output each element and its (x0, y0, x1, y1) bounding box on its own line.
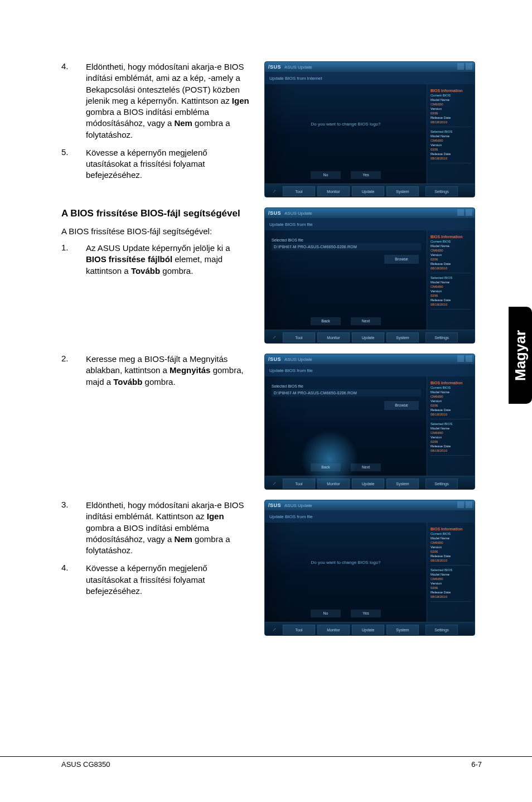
screenshot-2: /SUS ASUS Update Update BIOS from file S… (264, 207, 475, 344)
page-footer: ASUS CG8350 6-7 (0, 756, 532, 769)
text-block-2: A BIOS frissítése BIOS-fájl segítségével… (61, 207, 251, 283)
list-body: Kövesse a képernyőn megjelenő utasítások… (86, 147, 251, 181)
list-body: Eldöntheti, hogy módosítani akarja-e BIO… (86, 500, 251, 556)
row-1: 4. Eldöntheti, hogy módosítani akarja-e … (61, 61, 482, 197)
list-item: 1. Az ASUS Update képernyőn jelölje ki a… (61, 243, 251, 277)
language-tab-label: Magyar (512, 330, 529, 380)
screenshot-3: /SUS ASUS Update Update BIOS from file S… (264, 354, 475, 490)
text-block-1: 4. Eldöntheti, hogy módosítani akarja-e … (61, 61, 251, 188)
list-number: 4. (61, 61, 75, 141)
list-body: Eldöntheti, hogy módosítani akarja-e BIO… (86, 61, 251, 141)
screenshot-4: /SUS ASUS Update Update BIOS from file D… (264, 500, 475, 636)
list-body: Keresse meg a BIOS-fájlt a Megnyitás abl… (86, 354, 251, 388)
footer-left: ASUS CG8350 (61, 760, 110, 769)
text-block-4: 3. Eldöntheti, hogy módosítani akarja-e … (61, 500, 251, 603)
list-number: 3. (61, 500, 75, 556)
language-tab: Magyar (509, 307, 532, 404)
list-number: 5. (61, 147, 75, 181)
screenshot-1: /SUS ASUS Update Update BIOS from Intern… (264, 61, 475, 197)
list-item: 4. Eldöntheti, hogy módosítani akarja-e … (61, 61, 251, 141)
list-item: 4. Kövesse a képernyőn megjelenő utasítá… (61, 563, 251, 597)
list-body: Az ASUS Update képernyőn jelölje ki a BI… (86, 243, 251, 277)
list-item: 3. Eldöntheti, hogy módosítani akarja-e … (61, 500, 251, 556)
list-item: 5. Kövesse a képernyőn megjelenő utasítá… (61, 147, 251, 181)
paragraph: A BIOS frissítése BIOS-fájl segítségével… (61, 226, 251, 237)
content-column: 4. Eldöntheti, hogy módosítani akarja-e … (61, 61, 482, 636)
list-number: 1. (61, 243, 75, 277)
list-number: 4. (61, 563, 75, 597)
page: 4. Eldöntheti, hogy módosítani akarja-e … (0, 0, 532, 802)
row-3: 2. Keresse meg a BIOS-fájlt a Megnyitás … (61, 354, 482, 490)
list-body: Kövesse a képernyőn megjelenő utasítások… (86, 563, 251, 597)
list-item: 2. Keresse meg a BIOS-fájlt a Megnyitás … (61, 354, 251, 388)
row-2: A BIOS frissítése BIOS-fájl segítségével… (61, 207, 482, 344)
section-heading: A BIOS frissítése BIOS-fájl segítségével (61, 207, 251, 220)
text-block-3: 2. Keresse meg a BIOS-fájlt a Megnyitás … (61, 354, 251, 394)
row-4: 3. Eldöntheti, hogy módosítani akarja-e … (61, 500, 482, 636)
footer-right: 6-7 (471, 760, 482, 769)
list-number: 2. (61, 354, 75, 388)
